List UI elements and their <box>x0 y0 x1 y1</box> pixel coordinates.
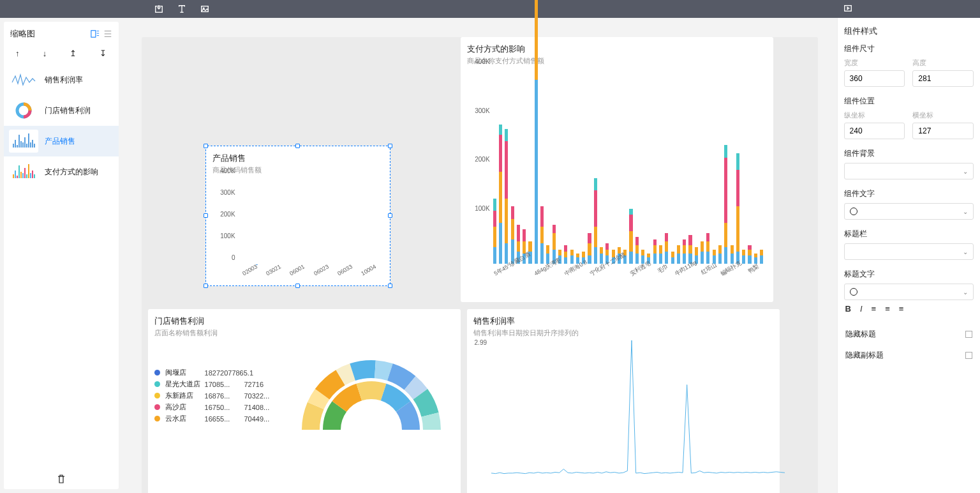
titlebar-select[interactable]: ⌄ <box>844 243 974 260</box>
props-title: 组件样式 <box>844 26 974 37</box>
italic-button[interactable]: I <box>860 304 863 314</box>
align-right-button[interactable]: ≡ <box>899 304 904 314</box>
delete-icon[interactable] <box>56 474 66 484</box>
hide-subtitle-checkbox[interactable] <box>965 352 972 359</box>
move-bottom-icon[interactable]: ↧ <box>100 49 107 58</box>
chart-widget[interactable]: 支付方式的影响商品名称支付方式销售额100K200K300K400K5年45°珍… <box>461 37 773 302</box>
bar <box>504 129 509 264</box>
move-top-icon[interactable]: ↥ <box>70 49 77 58</box>
widget-title: 销售利润率 <box>473 315 773 327</box>
align-center-button[interactable]: ≡ <box>885 304 890 314</box>
image-tool-icon[interactable] <box>200 4 209 13</box>
svg-rect-21 <box>24 137 26 148</box>
titletext-label: 标题文字 <box>844 269 974 280</box>
thumb-preview-icon <box>9 160 38 183</box>
svg-rect-38 <box>34 174 35 178</box>
widget-title: 门店销售利润 <box>154 315 454 327</box>
resize-handle[interactable] <box>388 284 392 288</box>
bar <box>664 233 669 264</box>
vcoord-input[interactable] <box>844 123 905 139</box>
preview-icon[interactable] <box>843 4 852 13</box>
bar <box>563 245 568 264</box>
move-up-icon[interactable]: ↑ <box>15 49 20 58</box>
bar <box>493 199 497 264</box>
svg-rect-24 <box>30 142 31 148</box>
thumb-label: 门店销售利润 <box>45 105 91 116</box>
view-card-icon[interactable] <box>91 29 100 38</box>
svg-rect-17 <box>17 145 18 148</box>
thumbnail-item[interactable]: 支付方式的影响 <box>4 156 119 187</box>
back-icon[interactable] <box>77 4 140 13</box>
hide-title-checkbox[interactable] <box>965 331 972 338</box>
legend-item: 星光大道店17085... 72716 <box>154 379 270 389</box>
thumbnail-item[interactable]: 门店销售利润 <box>4 95 119 126</box>
hcoord-input[interactable] <box>912 123 974 139</box>
svg-rect-32 <box>22 173 24 178</box>
widget-subtitle: 店面名称销售额利润 <box>154 328 454 338</box>
bold-button[interactable]: B <box>845 304 851 314</box>
height-input[interactable] <box>912 70 974 87</box>
resize-handle[interactable] <box>204 213 208 218</box>
bar <box>534 0 538 264</box>
thumbnail-item[interactable]: 销售利润率 <box>4 64 119 95</box>
titletext-select[interactable]: ⌄ <box>844 284 974 300</box>
svg-rect-7 <box>91 31 95 38</box>
chart-widget[interactable]: 门店销售利润店面名称销售额利润闽堰店18272077865.1 星光大道店170… <box>148 309 461 493</box>
bar-area <box>238 178 381 264</box>
bar <box>741 250 746 264</box>
resize-handle[interactable] <box>204 144 208 148</box>
size-label: 组件尺寸 <box>844 43 974 54</box>
thumb-preview-icon <box>9 68 38 91</box>
resize-handle[interactable] <box>204 284 208 288</box>
bar <box>653 239 657 264</box>
bar <box>724 145 728 264</box>
chart-widget[interactable]: 产品销售商品代码销售额0100K200K300K400K020030302106… <box>205 146 390 286</box>
bar <box>682 239 687 264</box>
resize-handle[interactable] <box>388 213 392 218</box>
svg-rect-30 <box>19 165 20 178</box>
thumb-label: 销售利润率 <box>45 75 83 86</box>
resize-handle[interactable] <box>295 284 300 288</box>
chart-widget[interactable]: 销售利润率销售利润率日期按日期升序排列的2.99 <box>467 309 780 493</box>
widget-title: 支付方式的影响 <box>467 43 767 55</box>
legend: 闽堰店18272077865.1 星光大道店17085... 72716东新路店… <box>154 366 270 425</box>
bar <box>593 178 598 264</box>
move-down-icon[interactable]: ↓ <box>43 49 47 58</box>
hcoord-sublabel: 横坐标 <box>912 110 974 120</box>
thumbnail-item[interactable]: 产品销售 <box>4 126 119 156</box>
resize-handle[interactable] <box>388 144 392 148</box>
export-icon[interactable] <box>154 4 163 13</box>
bg-select[interactable]: ⌄ <box>844 163 974 179</box>
bar <box>706 233 710 264</box>
thumb-preview-icon <box>9 130 38 153</box>
widget-title: 产品销售 <box>212 153 383 164</box>
svg-rect-28 <box>15 171 16 178</box>
height-sublabel: 高度 <box>912 58 974 68</box>
svg-rect-15 <box>13 144 14 148</box>
svg-rect-23 <box>28 133 29 148</box>
dashboard-canvas[interactable]: 产品销售商品代码销售额0100K200K300K400K020030302106… <box>122 18 837 493</box>
legend-item: 闽堰店18272077865.1 <box>154 368 270 377</box>
svg-rect-29 <box>17 176 18 178</box>
bar <box>718 245 722 264</box>
bar-area <box>493 68 764 264</box>
svg-rect-19 <box>20 141 22 148</box>
align-left-button[interactable]: ≡ <box>872 304 877 314</box>
view-list-icon[interactable] <box>103 29 112 38</box>
bar <box>747 245 752 264</box>
text-select[interactable]: ⌄ <box>844 203 974 220</box>
svg-rect-5 <box>845 5 852 11</box>
thumb-label: 支付方式的影响 <box>45 167 98 178</box>
svg-rect-34 <box>26 174 27 178</box>
bar <box>540 206 544 264</box>
hide-subtitle-label: 隐藏副标题 <box>845 350 884 361</box>
widget-subtitle: 销售利润率日期按日期升序排列的 <box>473 328 773 338</box>
bar <box>498 125 503 264</box>
bar <box>569 250 574 264</box>
resize-handle[interactable] <box>295 144 300 148</box>
width-input[interactable] <box>844 70 905 87</box>
pos-label: 组件位置 <box>844 96 974 107</box>
text-tool-icon[interactable] <box>177 4 186 13</box>
legend-item: 东新路店16876... 70322... <box>154 391 270 400</box>
svg-rect-33 <box>24 168 26 178</box>
